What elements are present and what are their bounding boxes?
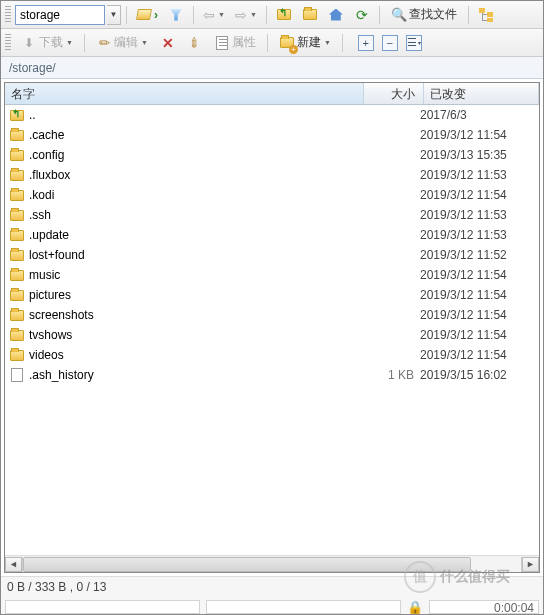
- column-changed[interactable]: 已改变: [424, 83, 539, 104]
- list-item[interactable]: .fluxbox2019/3/12 11:53: [5, 165, 539, 185]
- toolbar-grip[interactable]: [5, 34, 11, 52]
- folder-icon: [9, 227, 25, 243]
- scroll-left-button[interactable]: ◄: [5, 557, 22, 572]
- edit-button[interactable]: ✎ 编辑 ▼: [90, 32, 154, 54]
- list-item[interactable]: tvshows2019/3/12 11:54: [5, 325, 539, 345]
- item-date: 2019/3/12 11:54: [420, 128, 535, 142]
- horizontal-scrollbar[interactable]: ◄ ►: [5, 555, 539, 572]
- pencil-icon: ✎: [93, 31, 116, 54]
- view-mode-button[interactable]: ☰▾: [406, 35, 422, 51]
- address-input[interactable]: [15, 5, 105, 25]
- filter-button[interactable]: [164, 4, 188, 26]
- list-item[interactable]: screenshots2019/3/12 11:54: [5, 305, 539, 325]
- progress-slot: [5, 600, 200, 614]
- item-date: 2019/3/12 11:54: [420, 328, 535, 342]
- folder-icon: [9, 327, 25, 343]
- new-label: 新建: [297, 34, 321, 51]
- new-button[interactable]: 新建 ▼: [273, 32, 337, 54]
- separator: [342, 34, 343, 52]
- expand-button[interactable]: +: [358, 35, 374, 51]
- list-item[interactable]: pictures2019/3/12 11:54: [5, 285, 539, 305]
- separator: [126, 6, 127, 24]
- refresh-button[interactable]: ⟳: [350, 4, 374, 26]
- collapse-button[interactable]: −: [382, 35, 398, 51]
- item-name: tvshows: [29, 328, 72, 342]
- scroll-thumb[interactable]: [23, 557, 471, 572]
- item-date: 2017/6/3: [420, 108, 535, 122]
- scroll-track[interactable]: [22, 557, 522, 572]
- column-name[interactable]: 名字: [5, 83, 364, 104]
- list-item[interactable]: videos2019/3/12 11:54: [5, 345, 539, 365]
- item-name: .config: [29, 148, 64, 162]
- find-files-button[interactable]: 🔍 查找文件: [385, 4, 463, 26]
- list-item[interactable]: lost+found2019/3/12 11:52: [5, 245, 539, 265]
- lock-icon[interactable]: 🔒: [407, 600, 423, 615]
- column-size[interactable]: 大小: [364, 83, 424, 104]
- edit-label: 编辑: [114, 34, 138, 51]
- list-item[interactable]: .cache2019/3/12 11:54: [5, 125, 539, 145]
- separator: [266, 6, 267, 24]
- tree-button[interactable]: [474, 4, 498, 26]
- item-name: lost+found: [29, 248, 85, 262]
- separator: [193, 6, 194, 24]
- folder-icon: [9, 127, 25, 143]
- properties-button[interactable]: 属性: [208, 32, 262, 54]
- folder-icon: [9, 347, 25, 363]
- folder-icon: [9, 147, 25, 163]
- item-date: 2019/3/13 15:35: [420, 148, 535, 162]
- status-bar: 0 B / 333 B , 0 / 13: [1, 576, 543, 596]
- path-bar[interactable]: /storage/: [1, 57, 543, 79]
- list-item[interactable]: .ssh2019/3/12 11:53: [5, 205, 539, 225]
- folder-icon: [9, 167, 25, 183]
- separator: [379, 6, 380, 24]
- selection-status: 0 B / 333 B , 0 / 13: [7, 580, 106, 594]
- item-size: 1 KB: [360, 368, 420, 382]
- forward-button[interactable]: ⇨▼: [231, 4, 261, 26]
- toolbar-secondary: ⬇ 下载 ▼ ✎ 编辑 ▼ ✕ ✐ 属性 新建 ▼ + − ☰▾: [1, 29, 543, 57]
- folder-open-icon: [136, 7, 152, 23]
- list-item[interactable]: .update2019/3/12 11:53: [5, 225, 539, 245]
- find-files-label: 查找文件: [409, 6, 457, 23]
- item-date: 2019/3/12 11:53: [420, 228, 535, 242]
- list-item[interactable]: ..2017/6/3: [5, 105, 539, 125]
- scroll-right-button[interactable]: ►: [522, 557, 539, 572]
- address-dropdown[interactable]: ▼: [107, 5, 121, 25]
- item-name: pictures: [29, 288, 71, 302]
- separator: [468, 6, 469, 24]
- list-item[interactable]: .kodi2019/3/12 11:54: [5, 185, 539, 205]
- download-button[interactable]: ⬇ 下载 ▼: [15, 32, 79, 54]
- file-panel: 名字 大小 已改变 ..2017/6/3.cache2019/3/12 11:5…: [4, 82, 540, 573]
- list-item[interactable]: .ash_history1 KB2019/3/15 16:02: [5, 365, 539, 385]
- toolbar-main: ▼ › ⇦▼ ⇨▼ ⟳ 🔍 查找文件: [1, 1, 543, 29]
- item-date: 2019/3/12 11:52: [420, 248, 535, 262]
- progress-slot-2: [206, 600, 401, 614]
- back-button[interactable]: ⇦▼: [199, 4, 229, 26]
- folder-icon: [302, 7, 318, 23]
- tree-icon: [478, 7, 494, 23]
- item-name: .kodi: [29, 188, 54, 202]
- parent-folder-icon: [9, 107, 25, 123]
- properties-label: 属性: [232, 34, 256, 51]
- file-icon: [9, 367, 25, 383]
- item-name: videos: [29, 348, 64, 362]
- list-item[interactable]: music2019/3/12 11:54: [5, 265, 539, 285]
- separator: [84, 34, 85, 52]
- rename-button[interactable]: ✐: [182, 32, 206, 54]
- arrow-icon: ›: [154, 8, 158, 22]
- separator: [267, 34, 268, 52]
- parent-dir-button[interactable]: [272, 4, 296, 26]
- root-dir-button[interactable]: [298, 4, 322, 26]
- transfer-bar: 🔒 0:00:04: [1, 596, 543, 615]
- search-icon: 🔍: [391, 7, 407, 23]
- toolbar-grip[interactable]: [5, 6, 11, 24]
- open-dir-button[interactable]: ›: [132, 4, 162, 26]
- home-button[interactable]: [324, 4, 348, 26]
- item-name: .update: [29, 228, 69, 242]
- item-name: music: [29, 268, 60, 282]
- elapsed-slot: 0:00:04: [429, 600, 539, 614]
- file-list[interactable]: ..2017/6/3.cache2019/3/12 11:54.config20…: [5, 105, 539, 555]
- properties-icon: [214, 35, 230, 51]
- list-item[interactable]: .config2019/3/13 15:35: [5, 145, 539, 165]
- delete-button[interactable]: ✕: [156, 32, 180, 54]
- item-date: 2019/3/12 11:54: [420, 348, 535, 362]
